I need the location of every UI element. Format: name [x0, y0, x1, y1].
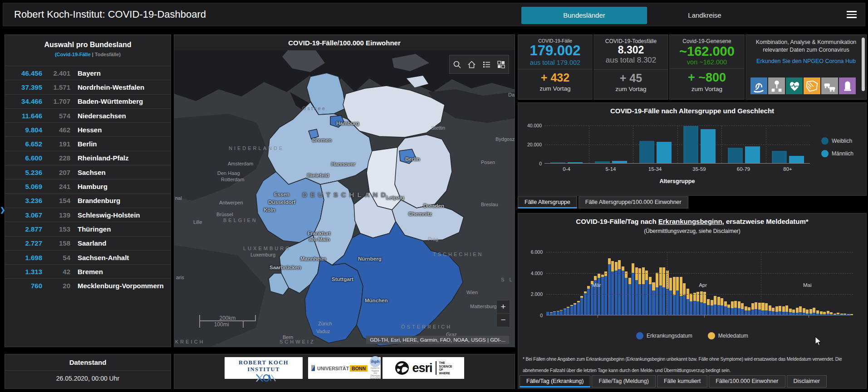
- bundesland-row[interactable]: 11.646574Niedersachsen: [5, 108, 171, 122]
- daily-stacked-bar[interactable]: [785, 305, 788, 315]
- daily-stacked-bar[interactable]: [789, 309, 792, 315]
- daily-stacked-bar[interactable]: [721, 298, 723, 315]
- daily-stacked-bar[interactable]: [645, 271, 648, 315]
- daily-stacked-bar[interactable]: [799, 306, 802, 315]
- daily-stacked-bar[interactable]: [638, 268, 641, 315]
- daily-stacked-bar[interactable]: [662, 267, 665, 315]
- daily-stacked-bar[interactable]: [803, 308, 805, 315]
- zoom-in-button[interactable]: +: [497, 300, 510, 314]
- daily-stacked-bar[interactable]: [673, 277, 676, 315]
- bundesland-row[interactable]: 5.236207Sachsen: [5, 165, 171, 179]
- tab-age-1[interactable]: Fälle Altersgruppe/100.000 Einwohner: [579, 196, 688, 208]
- daily-stacked-bar[interactable]: [696, 292, 699, 315]
- daily-stacked-bar[interactable]: [680, 277, 682, 315]
- bar-maennlich[interactable]: [745, 146, 760, 163]
- daily-stacked-bar[interactable]: [649, 277, 652, 315]
- location-pins-icon[interactable]: [768, 77, 785, 94]
- home-icon[interactable]: [467, 60, 476, 69]
- bundesland-row[interactable]: 46.4562.401Bayern: [5, 66, 171, 80]
- tab-bundeslaender[interactable]: Bundesländer: [521, 7, 647, 24]
- daily-stacked-bar[interactable]: [574, 303, 576, 315]
- bar-weiblich[interactable]: [728, 148, 743, 163]
- daily-stacked-bar[interactable]: [751, 303, 754, 315]
- hand-plant-icon[interactable]: [750, 77, 767, 94]
- daily-stacked-bar[interactable]: [745, 306, 747, 315]
- traffic-cars-icon[interactable]: [821, 77, 838, 94]
- menu-hamburger-icon[interactable]: [847, 11, 857, 19]
- daily-stacked-bar[interactable]: [632, 263, 634, 315]
- daily-stacked-bar[interactable]: [834, 314, 836, 315]
- daily-stacked-bar[interactable]: [830, 312, 833, 315]
- daily-stacked-bar[interactable]: [731, 301, 734, 315]
- bundesland-row[interactable]: 3.236154Brandenburg: [5, 194, 171, 208]
- daily-stacked-bar[interactable]: [652, 282, 655, 315]
- daily-stacked-bar[interactable]: [601, 275, 604, 315]
- daily-stacked-bar[interactable]: [615, 262, 618, 315]
- daily-stacked-bar[interactable]: [550, 312, 553, 315]
- daily-stacked-bar[interactable]: [703, 292, 706, 315]
- bar-maennlich[interactable]: [612, 161, 627, 163]
- tab-age-0[interactable]: Fälle Altersgruppe: [518, 196, 577, 208]
- bundesland-row[interactable]: 1.69854Sachsen-Anhalt: [5, 250, 171, 264]
- npgeo-hub-link[interactable]: Erkunden Sie den NPGEO Corona Hub: [746, 58, 866, 64]
- daily-stacked-bar[interactable]: [690, 294, 692, 315]
- basemap-icon[interactable]: [497, 60, 505, 69]
- daily-stacked-bar[interactable]: [741, 303, 744, 315]
- daily-stacked-bar[interactable]: [816, 310, 819, 315]
- daily-stacked-bar[interactable]: [687, 289, 689, 315]
- daily-stacked-bar[interactable]: [847, 314, 850, 315]
- daily-stacked-bar[interactable]: [769, 305, 771, 315]
- bundesland-row[interactable]: 6.600228Rheinland-Pfalz: [5, 151, 171, 165]
- bundesland-row[interactable]: 37.3951.571Nordrhein-Westfalen: [5, 80, 171, 94]
- daily-stacked-bar[interactable]: [748, 307, 750, 315]
- daily-stacked-bar[interactable]: [584, 291, 587, 315]
- daily-stacked-bar[interactable]: [717, 297, 720, 315]
- hub-scrollbar[interactable]: [862, 38, 865, 91]
- daily-stacked-bar[interactable]: [700, 291, 703, 315]
- bell-icon[interactable]: [839, 77, 856, 94]
- daily-stacked-bar[interactable]: [659, 267, 662, 315]
- daily-stacked-bar[interactable]: [843, 314, 846, 315]
- daily-stacked-bar[interactable]: [577, 301, 580, 315]
- bar-maennlich[interactable]: [657, 142, 672, 163]
- daily-stacked-bar[interactable]: [622, 266, 624, 315]
- tab-landkreise[interactable]: Landkreise: [648, 7, 761, 24]
- daily-stacked-bar[interactable]: [761, 303, 764, 315]
- daily-stacked-bar[interactable]: [693, 293, 696, 315]
- daily-stacked-bar[interactable]: [567, 307, 569, 315]
- daily-stacked-bar[interactable]: [707, 299, 710, 315]
- health-heart-icon[interactable]: [786, 77, 803, 94]
- daily-stacked-bar[interactable]: [734, 301, 737, 315]
- search-icon[interactable]: [453, 60, 461, 69]
- daily-stacked-bar[interactable]: [628, 278, 631, 315]
- bundesland-row[interactable]: 76020Mecklenburg-Vorpommern: [5, 278, 171, 292]
- daily-stacked-bar[interactable]: [782, 306, 785, 315]
- bundesland-row[interactable]: 9.804462Hessen: [5, 122, 171, 136]
- bar-maennlich[interactable]: [568, 162, 583, 163]
- daily-stacked-bar[interactable]: [635, 267, 638, 315]
- daily-stacked-bar[interactable]: [809, 309, 812, 315]
- daily-stacked-bar[interactable]: [714, 296, 716, 315]
- daily-stacked-bar[interactable]: [792, 310, 795, 315]
- map-area-icon[interactable]: [804, 77, 820, 94]
- esri-logo[interactable]: esri THESCIENCEOFWHERE: [383, 357, 464, 379]
- rki-logo[interactable]: ROBERT KOCH INSTITUT: [225, 357, 303, 379]
- daily-stacked-bar[interactable]: [827, 311, 829, 315]
- daily-stacked-bar[interactable]: [772, 308, 775, 315]
- daily-stacked-bar[interactable]: [676, 277, 679, 315]
- bar-maennlich[interactable]: [789, 156, 804, 163]
- daily-stacked-bar[interactable]: [711, 300, 713, 315]
- daily-stacked-bar[interactable]: [724, 301, 727, 315]
- tab-daily-4[interactable]: Disclaimer: [787, 375, 827, 387]
- bundesland-row[interactable]: 6.652191Berlin: [5, 136, 171, 150]
- germany-choropleth-map[interactable]: [174, 50, 515, 347]
- daily-stacked-bar[interactable]: [840, 314, 843, 315]
- uni-bonn-logo[interactable]: UNIVERSITÄTBONN ihph Institut für Hygien…: [308, 357, 381, 379]
- daily-stacked-bar[interactable]: [837, 313, 839, 315]
- bundesland-row[interactable]: 1.31342Bremen: [5, 264, 171, 278]
- daily-stacked-bar[interactable]: [604, 271, 607, 315]
- daily-stacked-bar[interactable]: [669, 278, 672, 315]
- daily-stacked-bar[interactable]: [813, 308, 815, 315]
- bundesland-row[interactable]: 3.067139Schleswig-Holstein: [5, 208, 171, 222]
- daily-stacked-bar[interactable]: [758, 303, 761, 315]
